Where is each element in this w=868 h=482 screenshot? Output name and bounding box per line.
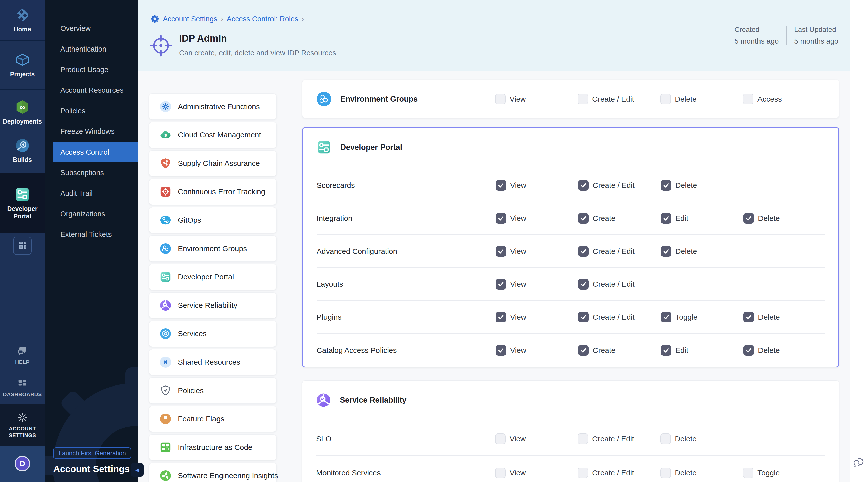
continuous-error-tracking-icon [160, 186, 171, 198]
resource-card-supply-chain-assurance[interactable]: Supply Chain Assurance [149, 150, 277, 176]
help-icon: ? [17, 345, 28, 357]
sidebar-item-subscriptions[interactable]: Subscriptions [45, 162, 137, 183]
checkbox-view-checked[interactable] [496, 279, 506, 290]
checkbox-delete-checked[interactable] [743, 312, 754, 323]
checkbox-toggle-unchecked[interactable] [743, 468, 753, 478]
role-meta: Created 5 months ago Last Updated 5 mont… [735, 26, 838, 46]
svg-text:$: $ [164, 133, 167, 138]
permission-row-label: Scorecards [317, 181, 496, 190]
resource-card-gitops[interactable]: GitOps [149, 207, 277, 233]
breadcrumb: Account Settings › Access Control: Roles… [151, 14, 304, 23]
sidebar-item-audit-trail[interactable]: Audit Trail [45, 183, 137, 204]
permission-view: View [496, 246, 578, 257]
checkbox-label: View [510, 313, 526, 322]
checkbox-view-checked[interactable] [496, 213, 506, 224]
launch-first-generation-button[interactable]: Launch First Generation [53, 447, 131, 459]
checkbox-view-unchecked[interactable] [495, 433, 505, 444]
resource-card-label: Infrastructure as Code [178, 443, 252, 452]
checkbox-create-edit-unchecked[interactable] [578, 433, 588, 444]
checkbox-access-unchecked[interactable] [743, 94, 753, 104]
sidebar-item-policies[interactable]: Policies [45, 100, 137, 121]
rail-item-account-settings[interactable]: ACCOUNT SETTINGS [5, 412, 40, 439]
checkbox-delete-unchecked[interactable] [660, 468, 671, 478]
rail-item-developer-portal[interactable]: Developer Portal [5, 187, 40, 220]
rail-item-home[interactable]: Home [13, 7, 31, 33]
checkbox-create-edit-checked[interactable] [578, 246, 589, 257]
rail-item-dashboards[interactable]: DASHBOARDS [3, 378, 42, 397]
breadcrumb-access-control-roles[interactable]: Access Control: Roles [226, 15, 298, 23]
checkbox-edit-checked[interactable] [661, 345, 671, 356]
chat-widget-icon[interactable] [853, 456, 866, 469]
resource-card-service-reliability[interactable]: Service Reliability [149, 292, 277, 319]
breadcrumb-account-settings[interactable]: Account Settings [163, 15, 217, 23]
checkbox-create-edit-checked[interactable] [578, 312, 589, 323]
checkbox-view-unchecked[interactable] [495, 468, 505, 478]
sidebar-item-overview[interactable]: Overview [45, 18, 137, 39]
resource-card-shared-resources[interactable]: Shared Resources [149, 349, 277, 375]
checkbox-label: Create / Edit [592, 469, 634, 477]
sidebar-item-account-resources[interactable]: Account Resources [45, 80, 137, 100]
resource-card-policies[interactable]: Policies [149, 378, 277, 403]
resource-card-software-engineering-insights[interactable]: Software Engineering Insights [149, 463, 277, 482]
resource-card-services[interactable]: Services [149, 321, 277, 347]
checkbox-toggle-checked[interactable] [661, 312, 671, 323]
sidebar-item-external-tickets[interactable]: External Tickets [45, 224, 137, 245]
checkbox-delete-checked[interactable] [743, 345, 754, 356]
checkbox-label: Delete [758, 313, 780, 322]
resource-card-label: GitOps [178, 216, 201, 224]
sidebar-item-organizations[interactable]: Organizations [45, 204, 137, 224]
resource-card-continuous-error-tracking[interactable]: Continuous Error Tracking [149, 179, 277, 205]
checkbox-delete-checked[interactable] [661, 180, 671, 191]
last-updated-label: Last Updated [794, 26, 838, 34]
checkbox-create-edit-unchecked[interactable] [578, 94, 588, 104]
checkbox-create-checked[interactable] [578, 345, 589, 356]
sidebar-item-authentication[interactable]: Authentication [45, 39, 137, 59]
permission-view: View [496, 180, 578, 191]
sidebar-collapse-button[interactable]: ◀ [131, 463, 144, 477]
checkbox-view-unchecked[interactable] [495, 94, 505, 104]
permission-create-edit: Create / Edit [578, 468, 660, 478]
permission-delete: Delete [660, 468, 743, 478]
gitops-icon [160, 214, 171, 226]
sidebar-item-freeze-windows[interactable]: Freeze Windows [45, 121, 137, 142]
checkbox-create-edit-unchecked[interactable] [578, 468, 588, 478]
rail-item-deployments[interactable]: ∞ Deployments [3, 99, 42, 125]
checkbox-create-checked[interactable] [578, 213, 589, 224]
permission-row-layouts: LayoutsViewCreate / Edit [317, 268, 825, 301]
gear-icon [17, 412, 28, 423]
checkbox-delete-checked[interactable] [661, 246, 671, 257]
checkbox-view-checked[interactable] [496, 312, 506, 323]
rail-item-builds[interactable]: Builds [13, 138, 32, 163]
checkbox-delete-unchecked[interactable] [660, 433, 671, 444]
rail-item-label: HELP [15, 359, 30, 365]
rail-item-help[interactable]: ? HELP [15, 345, 30, 365]
user-avatar[interactable]: D [14, 456, 30, 472]
checkbox-create-edit-checked[interactable] [578, 279, 589, 290]
permission-toggle: Toggle [661, 312, 743, 323]
permission-create-edit: Create / Edit [578, 312, 661, 323]
permission-row-label: Catalog Access Policies [317, 346, 496, 355]
resource-card-administrative-functions[interactable]: Administrative Functions [149, 93, 277, 120]
checkbox-view-checked[interactable] [496, 180, 506, 191]
checkbox-view-checked[interactable] [496, 345, 506, 356]
resource-card-developer-portal[interactable]: Developer Portal [149, 264, 277, 290]
permission-panel-environment-groups: Environment GroupsViewCreate / EditDelet… [302, 80, 839, 118]
resource-card-cloud-cost-management[interactable]: $Cloud Cost Management [149, 122, 277, 148]
permission-edit: Edit [661, 345, 743, 356]
sidebar-item-access-control[interactable]: Access Control [53, 142, 137, 162]
checkbox-create-edit-checked[interactable] [578, 180, 589, 191]
checkbox-delete-unchecked[interactable] [660, 94, 671, 104]
checkbox-delete-checked[interactable] [743, 213, 754, 224]
resource-card-feature-flags[interactable]: Feature Flags [149, 406, 277, 432]
builds-icon [14, 138, 30, 153]
module-grid-button[interactable] [13, 237, 32, 255]
checkbox-edit-checked[interactable] [661, 213, 671, 224]
sidebar-item-product-usage[interactable]: Product Usage [45, 59, 137, 80]
permission-row-label: Integration [317, 214, 496, 223]
permission-row-scorecards: ScorecardsViewCreate / EditDelete [317, 169, 825, 202]
resource-card-label: Services [178, 329, 207, 338]
rail-item-projects[interactable]: Projects [10, 52, 35, 78]
checkbox-view-checked[interactable] [496, 246, 506, 257]
resource-card-infrastructure-as-code[interactable]: Infrastructure as Code [149, 434, 277, 460]
resource-card-environment-groups[interactable]: Environment Groups [149, 236, 277, 262]
